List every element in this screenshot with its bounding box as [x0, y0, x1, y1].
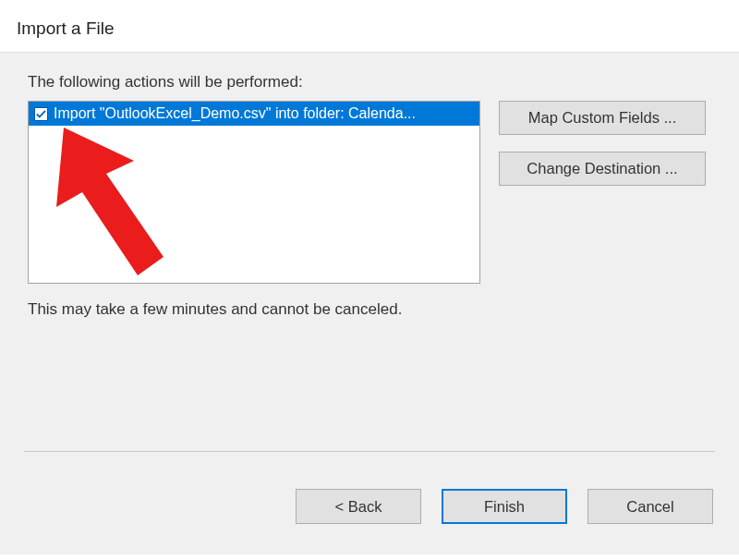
dialog-title: Import a File: [0, 0, 739, 52]
finish-button[interactable]: Finish: [442, 489, 567, 524]
cancel-button[interactable]: Cancel: [588, 489, 713, 524]
change-destination-button[interactable]: Change Destination ...: [499, 152, 706, 186]
actions-listbox[interactable]: Import "OutlookExcel_Demo.csv" into fold…: [28, 101, 480, 284]
side-buttons: Map Custom Fields ... Change Destination…: [499, 101, 706, 186]
note-text: This may take a few minutes and cannot b…: [28, 300, 715, 319]
instruction-text: The following actions will be performed:: [28, 73, 715, 91]
checkbox-icon[interactable]: [34, 107, 48, 121]
dialog-footer: < Back Finish Cancel: [0, 451, 739, 554]
map-custom-fields-button[interactable]: Map Custom Fields ...: [499, 101, 706, 135]
footer-separator: [24, 451, 715, 452]
svg-marker-0: [56, 128, 164, 275]
list-item[interactable]: Import "OutlookExcel_Demo.csv" into fold…: [29, 102, 479, 126]
back-button[interactable]: < Back: [296, 489, 421, 524]
content-row: Import "OutlookExcel_Demo.csv" into fold…: [28, 101, 715, 284]
annotation-arrow-icon: [55, 122, 202, 284]
footer-buttons: < Back Finish Cancel: [24, 489, 715, 524]
list-item-label: Import "OutlookExcel_Demo.csv" into fold…: [54, 105, 474, 122]
dialog-body: The following actions will be performed:…: [0, 52, 739, 451]
